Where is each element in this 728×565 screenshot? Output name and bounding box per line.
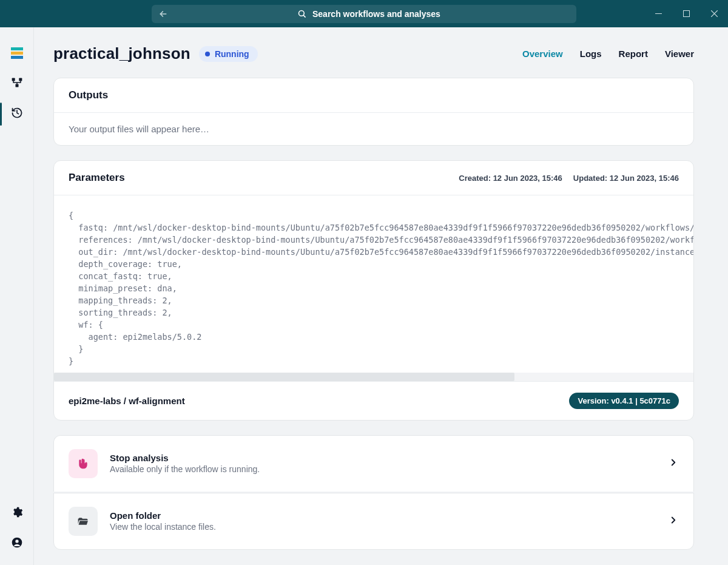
stop-icon — [69, 449, 98, 478]
status-label: Running — [215, 49, 249, 59]
open-folder-button[interactable]: Open folder View the local instance file… — [53, 493, 694, 550]
close-button[interactable] — [700, 0, 728, 27]
titlebar: Search workflows and analyses — [0, 0, 728, 27]
main-scroll[interactable]: practical_johnson Running Overview Logs … — [34, 27, 728, 565]
created-label: Created: — [459, 174, 491, 183]
nodes-icon — [11, 76, 23, 91]
sidebar-item-workflows[interactable] — [0, 69, 34, 99]
search-icon — [297, 9, 306, 18]
folder-open-icon — [69, 507, 98, 536]
workflow-path: epi2me-labs / wf-alignment — [69, 396, 185, 406]
stop-analysis-button[interactable]: Stop analysis Available only if the work… — [53, 435, 694, 492]
maximize-button[interactable] — [672, 0, 700, 27]
parameters-code[interactable]: { fastq: /mnt/wsl/docker-desktop-bind-mo… — [54, 195, 693, 373]
tab-logs[interactable]: Logs — [580, 49, 602, 59]
open-subtitle: View the local instance files. — [110, 522, 216, 532]
parameters-meta: Created: 12 Jun 2023, 15:46 Updated: 12 … — [459, 174, 679, 183]
window-controls — [644, 0, 728, 27]
svg-rect-4 — [19, 78, 22, 81]
svg-rect-1 — [655, 13, 662, 14]
tab-viewer[interactable]: Viewer — [665, 49, 694, 59]
svg-rect-5 — [15, 84, 18, 87]
status-dot-icon — [205, 52, 210, 56]
status-badge: Running — [199, 46, 258, 62]
logo-icon — [11, 47, 23, 59]
parameters-card: Parameters Created: 12 Jun 2023, 15:46 U… — [53, 160, 694, 421]
parameters-heading: Parameters — [69, 172, 125, 184]
chevron-right-icon — [668, 515, 679, 528]
scrollbar-thumb[interactable] — [54, 373, 514, 381]
outputs-card: Outputs Your output files will appear he… — [53, 78, 694, 146]
tab-overview[interactable]: Overview — [522, 49, 563, 59]
tabs: Overview Logs Report Viewer — [522, 49, 694, 59]
tab-report[interactable]: Report — [619, 49, 648, 59]
outputs-placeholder: Your output files will appear here… — [69, 124, 679, 134]
stop-subtitle: Available only if the workflow is runnin… — [110, 464, 260, 474]
sidebar — [0, 27, 34, 565]
sidebar-logo[interactable] — [0, 38, 34, 69]
page-title: practical_johnson — [53, 44, 190, 63]
svg-rect-2 — [683, 11, 689, 17]
back-icon[interactable] — [157, 7, 170, 21]
version-badge: Version: v0.4.1 | 5c0771c — [569, 393, 679, 409]
user-icon — [11, 536, 23, 551]
stop-title: Stop analysis — [110, 453, 260, 463]
global-search[interactable]: Search workflows and analyses — [152, 5, 576, 23]
search-placeholder: Search workflows and analyses — [312, 9, 440, 19]
updated-label: Updated: — [573, 174, 607, 183]
sidebar-item-settings[interactable] — [0, 498, 34, 529]
actions-list: Stop analysis Available only if the work… — [53, 435, 694, 550]
sidebar-item-history[interactable] — [0, 99, 34, 129]
svg-rect-3 — [12, 78, 15, 81]
horizontal-scrollbar[interactable] — [54, 373, 693, 381]
created-value: 12 Jun 2023, 15:46 — [493, 174, 562, 183]
page-header: practical_johnson Running Overview Logs … — [53, 44, 694, 63]
gear-icon — [11, 506, 23, 521]
sidebar-item-account[interactable] — [0, 529, 34, 559]
updated-value: 12 Jun 2023, 15:46 — [610, 174, 679, 183]
open-title: Open folder — [110, 510, 216, 521]
history-icon — [11, 107, 23, 121]
chevron-right-icon — [668, 457, 679, 470]
minimize-button[interactable] — [644, 0, 672, 27]
svg-point-7 — [15, 540, 18, 543]
outputs-heading: Outputs — [69, 89, 108, 101]
